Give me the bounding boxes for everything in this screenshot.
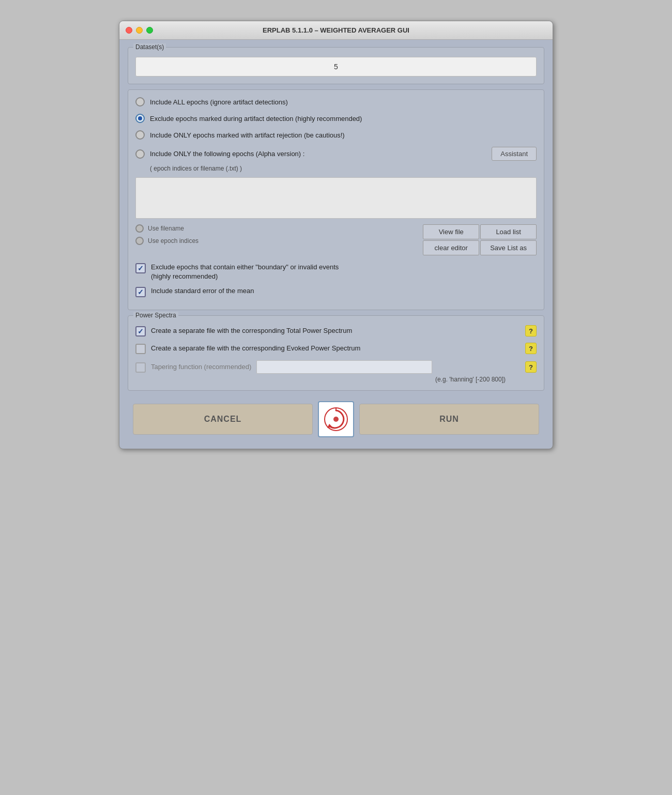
epoch-option-3-row: Include ONLY epochs marked with artifact… xyxy=(135,130,537,140)
sub-radio-col: Use filename Use epoch indices xyxy=(135,224,423,245)
exclude-boundary-row: Exclude epochs that contain either "boun… xyxy=(135,263,537,281)
evoked-power-row: Create a separate file with the correspo… xyxy=(135,343,537,354)
tapering-row: Tapering function (recommended) ? xyxy=(135,360,537,374)
load-list-button[interactable]: Load list xyxy=(480,224,537,239)
use-filename-radio[interactable] xyxy=(135,224,144,233)
total-power-label: Create a separate file with the correspo… xyxy=(151,326,352,335)
clear-editor-button[interactable]: clear editor xyxy=(423,240,479,255)
total-power-checkbox[interactable] xyxy=(135,326,146,337)
datasets-section: Dataset(s) 5 xyxy=(128,47,544,84)
run-button[interactable]: RUN xyxy=(359,404,539,435)
view-file-button[interactable]: View file xyxy=(423,224,479,239)
maximize-button[interactable] xyxy=(146,27,153,34)
close-button[interactable] xyxy=(126,27,132,34)
tapering-help-button[interactable]: ? xyxy=(525,361,537,373)
minimize-button[interactable] xyxy=(136,27,143,34)
exclude-boundary-checkbox[interactable] xyxy=(135,263,146,273)
evoked-power-label: Create a separate file with the correspo… xyxy=(151,344,360,353)
use-filename-label: Use filename xyxy=(148,225,184,232)
epoch-option-4-label: Include ONLY the following epochs (Alpha… xyxy=(150,150,304,158)
total-power-row: Create a separate file with the correspo… xyxy=(135,325,537,337)
exclude-boundary-label: Exclude epochs that contain either "boun… xyxy=(151,263,339,281)
power-spectra-label: Power Spectra xyxy=(133,312,178,319)
tapering-hint: (e.g. 'hanning' [-200 800]) xyxy=(435,376,521,383)
svg-point-2 xyxy=(333,417,339,422)
epoch-text-editor[interactable] xyxy=(135,177,537,219)
epoch-option-1-radio[interactable] xyxy=(135,97,145,106)
window-controls xyxy=(126,27,153,34)
epoch-option-3-label: Include ONLY epochs marked with artifact… xyxy=(150,131,345,139)
evoked-power-help-button[interactable]: ? xyxy=(525,343,537,354)
assistant-button[interactable]: Assistant xyxy=(492,147,537,161)
evoked-power-checkbox[interactable] xyxy=(135,344,146,354)
sub-controls: Use filename Use epoch indices View file… xyxy=(135,224,537,255)
epoch-option-2-row: Exclude epochs marked during artifact de… xyxy=(135,114,537,123)
use-epoch-indices-radio[interactable] xyxy=(135,237,144,245)
epoch-option-2-radio[interactable] xyxy=(135,114,145,123)
include-std-error-checkbox[interactable] xyxy=(135,287,146,297)
power-spectra-section: Power Spectra Create a separate file wit… xyxy=(128,315,544,391)
epoch-option-1-label: Include ALL epochs (ignore artifact dete… xyxy=(150,98,288,106)
logo-button[interactable] xyxy=(318,401,354,437)
tapering-label: Tapering function (recommended) xyxy=(151,362,251,372)
use-filename-row: Use filename xyxy=(135,224,423,233)
alpha-hint: ( epoch indices or filename (.txt) ) xyxy=(150,165,537,172)
use-epoch-indices-row: Use epoch indices xyxy=(135,237,423,245)
datasets-label: Dataset(s) xyxy=(133,43,166,51)
main-window: ERPLAB 5.1.1.0 – WEIGHTED AVERAGER GUI D… xyxy=(119,21,553,449)
epoch-option-4-row: Include ONLY the following epochs (Alpha… xyxy=(135,147,537,161)
epoch-option-1-row: Include ALL epochs (ignore artifact dete… xyxy=(135,97,537,106)
options-section: Include ALL epochs (ignore artifact dete… xyxy=(128,89,544,310)
action-buttons: View file Load list clear editor Save Li… xyxy=(423,224,537,255)
epoch-option-2-label: Exclude epochs marked during artifact de… xyxy=(150,115,362,123)
window-title: ERPLAB 5.1.1.0 – WEIGHTED AVERAGER GUI xyxy=(263,26,409,34)
use-epoch-indices-label: Use epoch indices xyxy=(148,237,198,244)
content-area: Dataset(s) 5 Include ALL epochs (ignore … xyxy=(119,40,553,449)
save-list-as-button[interactable]: Save List as xyxy=(480,240,537,255)
tapering-input[interactable] xyxy=(256,360,432,374)
include-std-error-label: Include standard error of the mean xyxy=(151,286,254,296)
dataset-value[interactable]: 5 xyxy=(135,57,537,77)
tapering-checkbox[interactable] xyxy=(135,362,146,373)
include-std-error-row: Include standard error of the mean xyxy=(135,286,537,297)
epoch-option-4-radio[interactable] xyxy=(135,149,145,159)
footer-buttons: CANCEL RUN xyxy=(128,398,544,440)
cancel-button[interactable]: CANCEL xyxy=(133,404,313,435)
epoch-option-3-radio[interactable] xyxy=(135,130,145,140)
total-power-help-button[interactable]: ? xyxy=(525,325,537,337)
title-bar: ERPLAB 5.1.1.0 – WEIGHTED AVERAGER GUI xyxy=(119,21,553,40)
